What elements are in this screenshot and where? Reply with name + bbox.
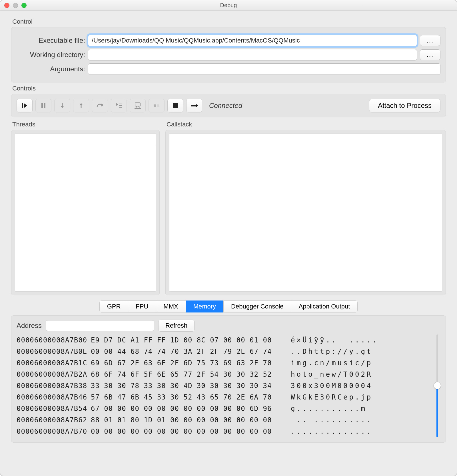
controls-toolbar: Connected Attach to Process: [11, 94, 446, 117]
working-directory-input[interactable]: [88, 49, 417, 60]
tab-mmx[interactable]: MMX: [156, 300, 186, 312]
memory-row: 00006000008A7B4657 6B 47 6B 45 33 30 52 …: [17, 392, 430, 403]
pause-button: [35, 99, 51, 112]
tab-fpu[interactable]: FPU: [128, 300, 156, 312]
controls-group-label: Controls: [12, 85, 446, 92]
goto-button[interactable]: [186, 99, 202, 112]
stop-button[interactable]: [167, 99, 183, 112]
tab-application-output[interactable]: Application Output: [291, 300, 358, 312]
address-input[interactable]: [46, 320, 154, 331]
tab-gpr[interactable]: GPR: [99, 300, 129, 312]
attach-to-process-button[interactable]: Attach to Process: [369, 99, 440, 112]
svg-marker-1: [24, 103, 27, 108]
svg-rect-17: [154, 104, 156, 107]
control-panel: Executable file: ... Working directory: …: [11, 27, 446, 82]
memory-row: 00006000008A7B3833 30 30 78 33 30 30 4D …: [17, 380, 430, 392]
memory-panel: Address Refresh 00006000008A7B00E9 D7 DC…: [11, 315, 446, 443]
control-group-label: Control: [12, 18, 446, 25]
threads-panel: [11, 130, 160, 295]
arguments-label: Arguments:: [17, 65, 85, 73]
step-into-button: [54, 99, 70, 112]
working-directory-browse-button[interactable]: ...: [420, 49, 440, 60]
svg-line-15: [139, 106, 140, 108]
titlebar: Debug: [0, 0, 457, 11]
tab-memory[interactable]: Memory: [186, 300, 224, 312]
svg-marker-21: [196, 104, 198, 108]
refresh-button[interactable]: Refresh: [158, 320, 195, 332]
window-minimize-button[interactable]: [13, 3, 18, 8]
address-label: Address: [17, 322, 42, 330]
svg-rect-3: [44, 103, 45, 108]
memory-scrollbar[interactable]: [434, 334, 440, 437]
svg-marker-5: [61, 106, 64, 108]
connection-status: Connected: [209, 102, 242, 110]
list-header-divider: [15, 145, 156, 145]
window-controls: [4, 3, 27, 8]
callstack-list[interactable]: [169, 134, 442, 292]
svg-marker-7: [79, 103, 83, 105]
svg-rect-2: [41, 103, 43, 108]
callstack-label: Callstack: [167, 121, 446, 128]
scrollbar-thumb[interactable]: [434, 382, 441, 389]
svg-rect-20: [191, 105, 196, 106]
window-title: Debug: [0, 2, 457, 9]
bottom-tabs: GPR FPU MMX Memory Debugger Console Appl…: [11, 300, 446, 312]
memory-row: 00006000008A7B2A68 6F 74 6F 5F 6E 65 77 …: [17, 369, 430, 380]
svg-marker-8: [101, 104, 104, 106]
memory-row: 00006000008A7B0E00 00 44 68 74 74 70 3A …: [17, 346, 430, 357]
threads-list[interactable]: [15, 134, 156, 292]
executable-browse-button[interactable]: ...: [420, 35, 440, 46]
step-instruction-button: [130, 99, 146, 112]
toggle-breakpoint-button: [149, 99, 165, 112]
step-over-button: [92, 99, 108, 112]
svg-marker-9: [116, 103, 118, 106]
arguments-input[interactable]: [88, 63, 440, 75]
svg-rect-18: [157, 104, 159, 107]
continue-button[interactable]: [17, 99, 33, 112]
run-to-line-button: [111, 99, 127, 112]
svg-rect-13: [135, 103, 140, 106]
window-close-button[interactable]: [4, 3, 9, 8]
threads-label: Threads: [12, 121, 160, 128]
executable-label: Executable file:: [17, 37, 85, 45]
window-zoom-button[interactable]: [21, 3, 27, 8]
working-directory-label: Working directory:: [17, 51, 85, 59]
svg-rect-19: [173, 103, 178, 108]
memory-row: 00006000008A7B6288 01 01 80 1D 01 00 00 …: [17, 414, 430, 426]
step-out-button: [73, 99, 89, 112]
tab-debugger-console[interactable]: Debugger Console: [223, 300, 291, 312]
svg-line-14: [136, 106, 137, 108]
memory-row: 00006000008A7B5467 00 00 00 00 00 00 00 …: [17, 403, 430, 414]
memory-row: 00006000008A7B00E9 D7 DC A1 FF FF 1D 00 …: [17, 334, 430, 346]
debug-window: Debug Control Executable file: ... Worki…: [0, 0, 457, 476]
svg-rect-0: [22, 103, 23, 108]
callstack-panel: [165, 130, 446, 295]
memory-row: 00006000008A7B7000 00 00 00 00 00 00 00 …: [17, 426, 430, 437]
memory-row: 00006000008A7B1C69 6D 67 2E 63 6E 2F 6D …: [17, 357, 430, 369]
memory-hex-dump[interactable]: 00006000008A7B00E9 D7 DC A1 FF FF 1D 00 …: [17, 334, 430, 437]
executable-input[interactable]: [88, 35, 417, 46]
